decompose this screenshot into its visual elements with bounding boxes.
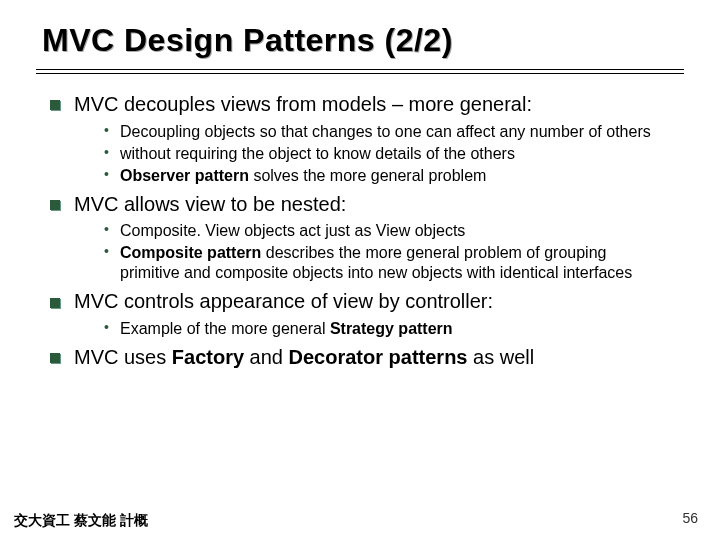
list-item: MVC controls appearance of view by contr…	[50, 289, 670, 339]
list-item: MVC uses Factory and Decorator patterns …	[50, 345, 670, 371]
sub-list: Decoupling objects so that changes to on…	[74, 122, 670, 186]
divider	[36, 69, 684, 70]
sub-list: Example of the more general Strategy pat…	[74, 319, 670, 339]
slide-title: MVC Design Patterns (2/2)	[0, 0, 720, 65]
sub-list-item: Composite pattern describes the more gen…	[104, 243, 670, 283]
sub-list-item: without requiring the object to know det…	[104, 144, 670, 164]
sub-list: Composite. View objects act just as View…	[74, 221, 670, 283]
list-item: MVC decouples views from models – more g…	[50, 92, 670, 186]
list-item: MVC allows view to be nested:Composite. …	[50, 192, 670, 284]
sub-list-item: Example of the more general Strategy pat…	[104, 319, 670, 339]
sub-list-item: Composite. View objects act just as View…	[104, 221, 670, 241]
footer-left: 交大資工 蔡文能 計概	[14, 512, 148, 530]
bullet-list: MVC decouples views from models – more g…	[50, 92, 670, 370]
sub-list-item: Decoupling objects so that changes to on…	[104, 122, 670, 142]
divider	[36, 73, 684, 74]
sub-list-item: Observer pattern solves the more general…	[104, 166, 670, 186]
page-number: 56	[682, 510, 698, 526]
